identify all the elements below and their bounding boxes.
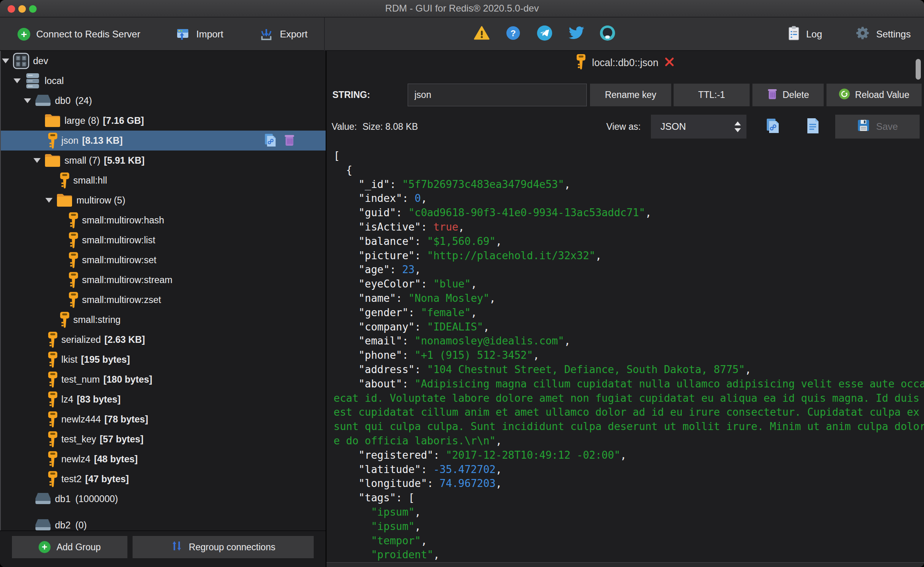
connect-button[interactable]: + Connect to Redis Server bbox=[18, 18, 140, 51]
editor-line: e do officia laboris.\r\n", bbox=[334, 434, 924, 448]
key-icon bbox=[64, 252, 82, 268]
tree-row-small-7-[interactable]: small (7)[5.91 KB] bbox=[1, 151, 326, 170]
tree-row-small-multirow-hash[interactable]: small:multirow:hash bbox=[1, 210, 326, 230]
editor-line: "longitude": 74.967203, bbox=[334, 477, 924, 491]
key-icon bbox=[44, 331, 61, 348]
key-icon bbox=[56, 172, 73, 189]
editor-line: "tags": [ bbox=[334, 491, 924, 505]
editor-line: ecat id. Voluptate labore dolore amet no… bbox=[334, 391, 924, 406]
tree-row-small-multirow-zset[interactable]: small:multirow:zset bbox=[1, 290, 326, 310]
key-icon bbox=[64, 232, 82, 248]
copy-value-button[interactable] bbox=[762, 115, 782, 139]
tree-row-small-hll[interactable]: small:hll bbox=[1, 170, 326, 190]
close-tab-icon[interactable] bbox=[664, 57, 675, 69]
tab-key[interactable]: local::db0::json bbox=[576, 54, 675, 71]
tree-row-json[interactable]: json[8.13 KB] bbox=[1, 131, 326, 151]
tree-row-db2[interactable]: db2(0) bbox=[1, 515, 326, 530]
close-window-button[interactable] bbox=[8, 5, 15, 13]
view-as-dropdown[interactable]: JSON bbox=[651, 115, 746, 139]
tree-row-local[interactable]: local bbox=[1, 71, 326, 91]
warning-icon bbox=[474, 26, 490, 43]
tree-row-label: small:multirow:zset bbox=[82, 290, 161, 310]
tree-row-small-multirow-stream[interactable]: small:multirow:stream bbox=[1, 270, 326, 290]
tree-row-test-key[interactable]: test_key[57 bytes] bbox=[1, 429, 326, 449]
tree-row-lkist[interactable]: lkist[195 bytes] bbox=[1, 350, 326, 370]
tree-row-large-8-[interactable]: large (8)[7.16 GB] bbox=[1, 111, 326, 131]
help-button[interactable]: ? bbox=[506, 18, 520, 51]
copy-key-button[interactable] bbox=[262, 133, 277, 149]
editor-line: "registered": "2017-12-28T10:49:12 -02:0… bbox=[334, 448, 924, 463]
editor-line: "address": "104 Chestnut Street, Defianc… bbox=[334, 363, 924, 377]
tree-row-small-multirow-list[interactable]: small:multirow:list bbox=[1, 230, 326, 250]
tree-row-label: db0(24) bbox=[55, 91, 92, 111]
tree-row-label: small:string bbox=[73, 310, 121, 330]
editor-line: "phone": "+1 (915) 512-3452", bbox=[334, 348, 924, 363]
tree-row-label: large (8)[7.16 GB] bbox=[64, 111, 144, 131]
folder-icon bbox=[56, 192, 73, 209]
tree-row-db1[interactable]: db1(1000000) bbox=[1, 489, 326, 509]
delete-key-row-button[interactable] bbox=[282, 133, 297, 149]
tree-row-serialized[interactable]: serialized[2.63 KB] bbox=[1, 330, 326, 350]
editor-line: "_id": "5f7b26973c483ea3479d4e53", bbox=[334, 178, 924, 192]
editor-scrollbar-thumb[interactable] bbox=[916, 59, 921, 80]
editor-line: "gender": "female", bbox=[334, 306, 924, 320]
floppy-disk-icon bbox=[857, 119, 870, 134]
plus-circle-icon: + bbox=[18, 28, 30, 41]
expand-arrow-icon[interactable] bbox=[33, 158, 41, 163]
editor-line: "about": "Adipisicing magna cillum cupid… bbox=[334, 377, 924, 391]
log-button[interactable]: Log bbox=[787, 18, 822, 51]
tree-row-small-string[interactable]: small:string bbox=[1, 310, 326, 330]
expand-arrow-icon[interactable] bbox=[14, 78, 21, 83]
key-type-label: STRING: bbox=[332, 84, 370, 106]
document-lines-icon bbox=[805, 117, 820, 136]
view-text-button[interactable] bbox=[803, 115, 822, 139]
telegram-button[interactable] bbox=[537, 18, 553, 51]
tree-row-label: test_key[57 bytes] bbox=[61, 429, 143, 449]
expand-arrow-icon[interactable] bbox=[24, 98, 31, 103]
trash-icon bbox=[767, 88, 777, 102]
tree-row-label: serialized[2.63 KB] bbox=[61, 330, 145, 350]
expand-arrow-icon[interactable] bbox=[2, 59, 9, 63]
tree-row-label: newlz4[48 bytes] bbox=[61, 449, 138, 469]
ttl-button[interactable]: TTL:-1 bbox=[674, 84, 750, 106]
github-button[interactable] bbox=[600, 18, 615, 51]
delete-label: Delete bbox=[783, 90, 809, 100]
key-icon bbox=[44, 411, 61, 428]
tree-row-test-num[interactable]: test_num[180 bytes] bbox=[1, 370, 326, 389]
rename-key-button[interactable]: Rename key bbox=[590, 84, 671, 106]
regroup-connections-button[interactable]: Regroup connections bbox=[133, 536, 314, 558]
tree-row-newlz444[interactable]: newlz444[78 bytes] bbox=[1, 409, 326, 429]
reload-value-button[interactable]: Reload Value bbox=[826, 84, 922, 106]
value-editor[interactable]: [ { "_id": "5f7b26973c483ea3479d4e53", "… bbox=[326, 140, 924, 562]
svg-text:?: ? bbox=[510, 28, 516, 38]
warning-button[interactable] bbox=[474, 18, 490, 51]
add-group-button[interactable]: + Add Group bbox=[12, 536, 127, 558]
settings-button[interactable]: Settings bbox=[855, 18, 911, 51]
tree-row-newlz4[interactable]: newlz4[48 bytes] bbox=[1, 449, 326, 469]
key-name-input[interactable] bbox=[408, 84, 587, 106]
zoom-window-button[interactable] bbox=[29, 5, 37, 13]
import-button[interactable]: Import bbox=[175, 18, 223, 51]
editor-horizontal-scrollbar[interactable] bbox=[326, 562, 924, 567]
grid-icon bbox=[12, 53, 30, 69]
export-button[interactable]: Export bbox=[259, 18, 307, 51]
editor-line: "isActive": true, bbox=[334, 220, 924, 235]
tree-row-test2[interactable]: test2[47 bytes] bbox=[1, 469, 326, 489]
value-panel: local::db0::json STRING: Rename key TTL:… bbox=[326, 51, 924, 567]
gear-icon bbox=[855, 25, 870, 43]
document-link-icon bbox=[263, 133, 277, 149]
save-button[interactable]: Save bbox=[835, 115, 920, 139]
tree-row-label: multirow (5) bbox=[76, 190, 125, 210]
telegram-icon bbox=[537, 25, 553, 43]
sidebar-bottombar: + Add Group Regroup connections bbox=[0, 530, 326, 567]
tree-row-lz4[interactable]: lz4[83 bytes] bbox=[1, 389, 326, 409]
tree-row-db0[interactable]: db0(24) bbox=[1, 91, 326, 111]
document-link-icon bbox=[765, 117, 780, 136]
tree-row-multirow-5-[interactable]: multirow (5) bbox=[1, 190, 326, 210]
minimize-window-button[interactable] bbox=[18, 5, 26, 13]
delete-key-button[interactable]: Delete bbox=[752, 84, 824, 106]
twitter-button[interactable] bbox=[568, 18, 584, 51]
tree-row-dev[interactable]: dev bbox=[1, 51, 326, 71]
tree-row-small-multirow-set[interactable]: small:multirow:set bbox=[1, 250, 326, 270]
expand-arrow-icon[interactable] bbox=[45, 198, 53, 203]
